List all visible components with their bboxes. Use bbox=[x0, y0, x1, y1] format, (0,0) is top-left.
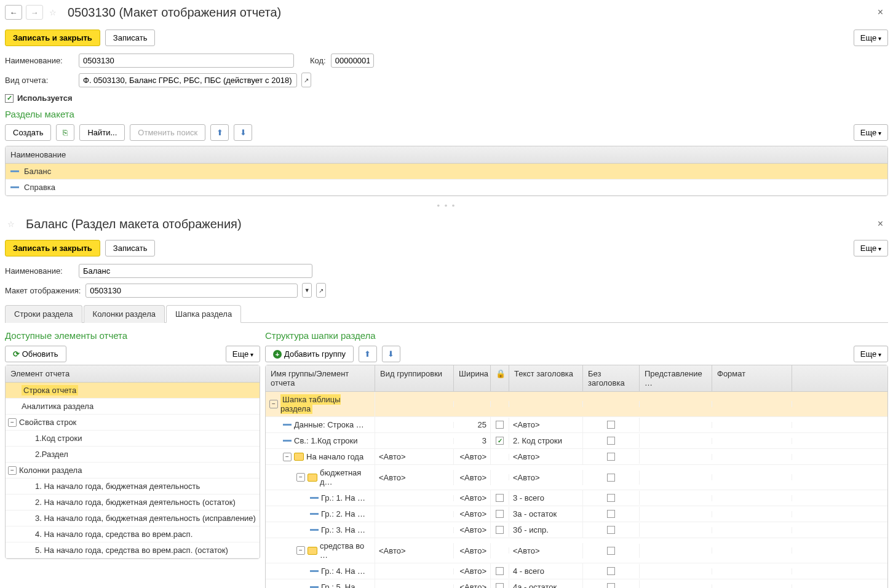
name-input[interactable] bbox=[79, 54, 294, 68]
struct-row[interactable]: средства во …<Авто><Авто><Авто> bbox=[266, 538, 887, 563]
expander-icon[interactable] bbox=[8, 418, 17, 427]
expander-icon[interactable] bbox=[283, 453, 292, 461]
used-checkbox[interactable] bbox=[5, 94, 14, 103]
section-row-label: Баланс bbox=[24, 167, 51, 176]
open-ref-button[interactable]: ↗ bbox=[301, 73, 311, 87]
struct-checkbox[interactable] bbox=[496, 421, 504, 429]
expander-icon[interactable] bbox=[296, 473, 305, 482]
struct-row[interactable]: Гр.: 4. На …<Авто>4 - всего bbox=[266, 563, 887, 579]
copy-button[interactable]: ⎘ bbox=[56, 124, 74, 141]
right-more-button[interactable]: Еще bbox=[854, 346, 888, 362]
favorite-star-icon[interactable]: ☆ bbox=[5, 218, 17, 230]
notext-checkbox[interactable] bbox=[607, 453, 615, 461]
struct-row[interactable]: На начало года<Авто><Авто><Авто> bbox=[266, 449, 887, 465]
more-button[interactable]: Еще bbox=[854, 240, 888, 256]
section-row-label: Справка bbox=[24, 183, 55, 192]
save-button[interactable]: Записать bbox=[105, 30, 156, 46]
tree-item[interactable]: Свойства строк bbox=[6, 415, 260, 431]
tree-item[interactable]: 2. На начало года, бюджетная деятельност… bbox=[6, 495, 260, 511]
save-close-button[interactable]: Записать и закрыть bbox=[5, 30, 100, 46]
tree-item[interactable]: Колонки раздела bbox=[6, 463, 260, 479]
add-group-button[interactable]: +Добавить группу bbox=[265, 346, 354, 362]
section-row[interactable]: Баланс bbox=[6, 164, 887, 180]
move-down-button[interactable]: ⬇ bbox=[382, 346, 400, 362]
section-row[interactable]: Справка bbox=[6, 180, 887, 196]
tree-item[interactable]: Аналитика раздела bbox=[6, 399, 260, 415]
struct-name: Данные: Строка … bbox=[294, 420, 364, 429]
code-input[interactable] bbox=[331, 54, 374, 68]
notext-checkbox[interactable] bbox=[607, 421, 615, 429]
tree-item-label: Аналитика раздела bbox=[22, 402, 93, 411]
layout-input[interactable] bbox=[85, 284, 298, 298]
tree-item[interactable]: 5. На начало года, средства во врем.расп… bbox=[6, 542, 260, 558]
notext-checkbox[interactable] bbox=[607, 526, 615, 534]
notext-checkbox[interactable] bbox=[607, 510, 615, 518]
struct-text: 4 - всего bbox=[509, 563, 583, 579]
struct-width: 25 bbox=[454, 417, 491, 432]
struct-checkbox[interactable] bbox=[496, 567, 504, 575]
struct-row[interactable]: Данные: Строка …25<Авто> bbox=[266, 417, 887, 433]
tree-item[interactable]: 3. На начало года, бюджетная деятельност… bbox=[6, 511, 260, 526]
notext-checkbox[interactable] bbox=[607, 474, 615, 482]
tree-item[interactable]: 1. На начало года, бюджетная деятельност… bbox=[6, 479, 260, 495]
section-name-input[interactable] bbox=[79, 264, 312, 278]
tab-header[interactable]: Шапка раздела bbox=[166, 305, 241, 323]
line-icon bbox=[310, 570, 319, 572]
struct-checkbox[interactable] bbox=[496, 510, 504, 518]
tab-columns[interactable]: Колонки раздела bbox=[84, 305, 165, 323]
struct-text: 3 - всего bbox=[509, 490, 583, 506]
struct-checkbox[interactable] bbox=[496, 526, 504, 534]
report-type-input[interactable] bbox=[79, 73, 297, 87]
name-label: Наименование: bbox=[5, 56, 74, 65]
close-icon[interactable]: × bbox=[873, 216, 888, 232]
open-ref-button[interactable]: ↗ bbox=[316, 283, 326, 298]
struct-checkbox[interactable] bbox=[496, 494, 504, 502]
favorite-star-icon[interactable]: ☆ bbox=[47, 6, 59, 18]
left-more-button[interactable]: Еще bbox=[226, 346, 260, 362]
tree-item[interactable]: 4. На начало года, средства во врем.расп… bbox=[6, 526, 260, 542]
expander-icon[interactable] bbox=[296, 546, 305, 555]
move-up-button[interactable]: ⬆ bbox=[359, 346, 377, 362]
save-close-button[interactable]: Записать и закрыть bbox=[5, 240, 100, 256]
notext-checkbox[interactable] bbox=[607, 583, 615, 588]
cancel-find-button[interactable]: Отменить поиск bbox=[130, 124, 205, 141]
nav-back[interactable]: ← bbox=[5, 5, 22, 20]
tab-rows[interactable]: Строки раздела bbox=[5, 305, 82, 323]
refresh-icon: ⟳ bbox=[13, 349, 20, 359]
create-button[interactable]: Создать bbox=[5, 124, 51, 141]
dropdown-button[interactable]: ▼ bbox=[302, 283, 312, 298]
struct-row[interactable]: Шапка таблицы раздела bbox=[266, 392, 887, 417]
arrow-down-icon: ⬇ bbox=[387, 349, 394, 359]
struct-width: <Авто> bbox=[454, 522, 491, 538]
refresh-button[interactable]: ⟳ Обновить bbox=[5, 346, 66, 362]
close-icon[interactable]: × bbox=[873, 4, 888, 20]
tree-item[interactable]: 1.Код строки bbox=[6, 431, 260, 447]
struct-row[interactable]: Гр.: 1. На …<Авто>3 - всего bbox=[266, 490, 887, 506]
struct-row[interactable]: Гр.: 3. На …<Авто>3б - испр. bbox=[266, 522, 887, 538]
struct-row[interactable]: Св.: 1.Код строки32. Код строки bbox=[266, 433, 887, 449]
tree-item[interactable]: Строка отчета bbox=[6, 383, 260, 399]
arrow-up-icon: ⬆ bbox=[364, 349, 371, 359]
notext-checkbox[interactable] bbox=[607, 547, 615, 555]
find-button[interactable]: Найти... bbox=[79, 124, 125, 141]
horizontal-splitter[interactable] bbox=[0, 199, 893, 213]
lock-icon: 🔒 bbox=[496, 369, 506, 378]
sections-more-button[interactable]: Еще bbox=[854, 124, 888, 141]
notext-checkbox[interactable] bbox=[607, 437, 615, 445]
struct-row[interactable]: Гр.: 2. На …<Авто>3а - остаток bbox=[266, 506, 887, 522]
expander-icon[interactable] bbox=[269, 400, 278, 408]
tree-item[interactable]: 2.Раздел bbox=[6, 447, 260, 463]
more-button[interactable]: Еще bbox=[854, 30, 888, 46]
notext-checkbox[interactable] bbox=[607, 494, 615, 502]
struct-checkbox[interactable] bbox=[496, 583, 504, 588]
expander-icon[interactable] bbox=[8, 466, 17, 475]
struct-group bbox=[375, 495, 454, 501]
nav-forward[interactable]: → bbox=[26, 5, 43, 20]
move-down-button[interactable]: ⬇ bbox=[234, 124, 252, 141]
struct-row[interactable]: Гр.: 5. На …<Авто>4а - остаток bbox=[266, 579, 887, 588]
struct-row[interactable]: бюджетная д…<Авто><Авто><Авто> bbox=[266, 465, 887, 490]
move-up-button[interactable]: ⬆ bbox=[210, 124, 229, 141]
struct-checkbox[interactable] bbox=[496, 437, 504, 445]
save-button[interactable]: Записать bbox=[105, 240, 156, 256]
notext-checkbox[interactable] bbox=[607, 567, 615, 575]
